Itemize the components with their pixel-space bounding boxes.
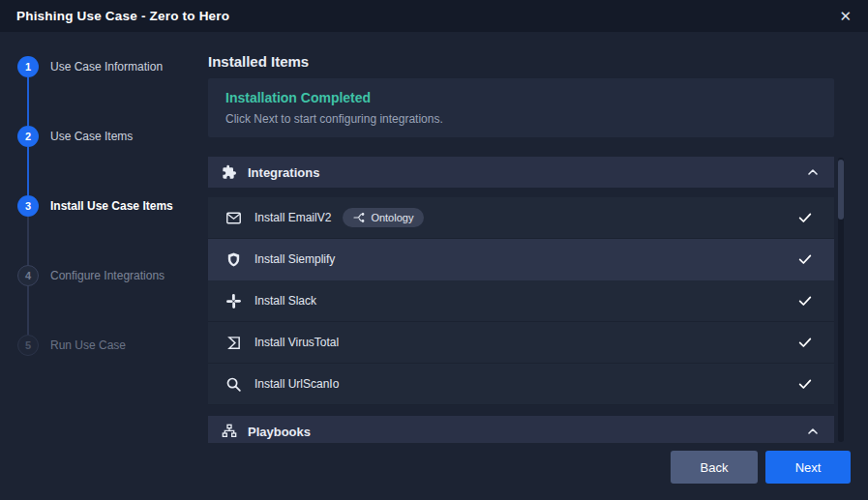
banner-subtitle: Click Next to start configuring integrat… [225, 112, 817, 126]
check-icon [797, 210, 813, 225]
chevron-up-icon[interactable] [805, 164, 821, 180]
scrollbar-track[interactable] [838, 158, 844, 442]
check-icon [797, 335, 813, 350]
check-icon [797, 251, 813, 267]
installed-items-list: Integrations Install EmailV2 Ontology [208, 157, 834, 443]
check-icon [797, 293, 813, 309]
install-item-row-slack[interactable]: Install Slack [208, 280, 834, 322]
step-label: Install Use Case Items [50, 199, 173, 213]
modal-phishing-use-case: Phishing Use Case - Zero to Hero ✕ 1 Use… [0, 0, 868, 500]
step-indicator: 2 [17, 126, 39, 147]
item-label: Install Siemplify [254, 252, 335, 266]
close-icon[interactable]: ✕ [839, 9, 852, 23]
back-button[interactable]: Back [671, 451, 758, 484]
next-button[interactable]: Next [765, 451, 851, 484]
step-install-use-case-items[interactable]: 3 Install Use Case Items [17, 195, 173, 217]
step-connector [27, 77, 29, 126]
step-label: Run Use Case [50, 338, 126, 352]
page-title: Installed Items [208, 53, 309, 70]
badge-label: Ontology [371, 212, 413, 223]
item-label: Install EmailV2 [254, 211, 331, 224]
siemplify-icon [225, 251, 242, 268]
branch-icon [353, 212, 365, 223]
step-use-case-information[interactable]: 1 Use Case Information [17, 56, 163, 77]
check-icon [797, 376, 813, 392]
urlscan-icon [225, 376, 242, 393]
section-label: Integrations [248, 165, 319, 180]
section-header-integrations[interactable]: Integrations [208, 157, 834, 188]
install-item-row-urlscanio[interactable]: Install UrlScanIo [208, 364, 834, 405]
ontology-badge[interactable]: Ontology [343, 208, 424, 227]
main-content: Installed Items Installation Completed C… [194, 32, 868, 500]
scrollbar-thumb[interactable] [838, 160, 844, 220]
item-label: Install VirusTotal [254, 336, 339, 349]
step-configure-integrations[interactable]: 4 Configure Integrations [17, 265, 165, 286]
titlebar: Phishing Use Case - Zero to Hero ✕ [0, 0, 868, 32]
install-item-row-siemplify[interactable]: Install Siemplify [208, 239, 834, 280]
slack-icon [225, 293, 242, 309]
step-label: Configure Integrations [50, 269, 165, 282]
step-label: Use Case Information [50, 60, 163, 74]
sitemap-icon [222, 424, 237, 439]
section-label: Playbooks [248, 425, 311, 439]
step-indicator: 5 [17, 335, 39, 356]
banner-title: Installation Completed [225, 90, 817, 105]
step-indicator: 3 [17, 195, 39, 217]
step-label: Use Case Items [50, 130, 133, 143]
chevron-up-icon[interactable] [805, 424, 821, 439]
installation-status-banner: Installation Completed Click Next to sta… [208, 78, 834, 137]
install-item-row-virustotal[interactable]: Install VirusTotal [208, 322, 834, 364]
step-connector [27, 217, 29, 265]
step-run-use-case[interactable]: 5 Run Use Case [17, 335, 126, 356]
step-indicator: 1 [17, 56, 39, 77]
puzzle-icon [222, 164, 237, 180]
step-indicator: 4 [17, 265, 39, 286]
step-use-case-items[interactable]: 2 Use Case Items [17, 126, 133, 147]
install-item-row-emailv2[interactable]: Install EmailV2 Ontology [208, 197, 834, 239]
window-title: Phishing Use Case - Zero to Hero [16, 9, 229, 23]
step-connector [27, 147, 29, 195]
step-connector [27, 286, 29, 335]
section-header-playbooks[interactable]: Playbooks [208, 416, 834, 443]
item-label: Install UrlScanIo [254, 377, 339, 391]
virustotal-icon [225, 335, 242, 351]
wizard-stepper: 1 Use Case Information 2 Use Case Items … [0, 32, 194, 500]
item-label: Install Slack [254, 294, 316, 308]
mail-icon [225, 210, 242, 226]
